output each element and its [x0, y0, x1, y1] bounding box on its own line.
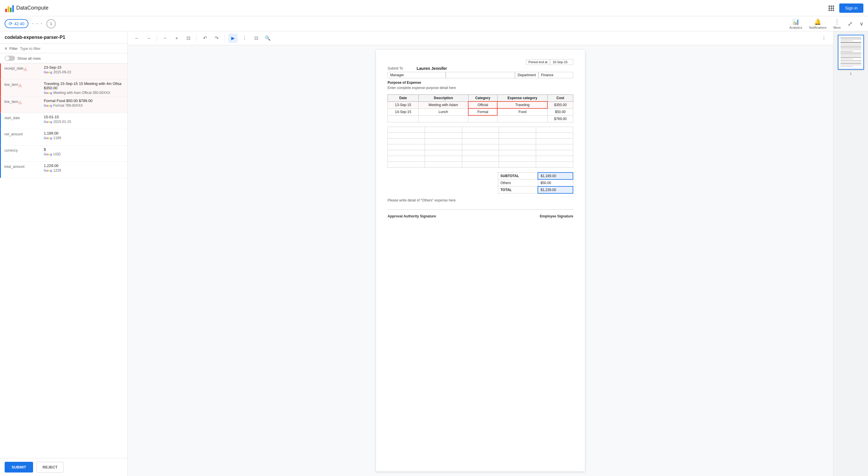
error-icon: ⚠ — [18, 100, 22, 105]
step-number: 1 — [46, 19, 56, 28]
expense-cell — [418, 115, 468, 122]
zoom-in-button[interactable]: + — [172, 34, 181, 43]
google-logo: Goog — [44, 152, 52, 156]
doc-page: Period end at 10-Sep-15 Submit To Lauren… — [376, 50, 585, 471]
google-logo: Goog — [44, 104, 52, 107]
left-panel: codelab-expense-parser-P1 ≡ Filter Show … — [0, 31, 128, 476]
toggle-thumb — [5, 56, 9, 60]
step-left: ⟳ 42:40 - - - 1 — [5, 19, 56, 28]
thumbnail-1[interactable] — [838, 35, 864, 70]
grid-icon[interactable] — [828, 5, 835, 11]
step-bar: ⟳ 42:40 - - - 1 📊 Analytics 🔔 Notificati… — [0, 16, 868, 31]
field-raw-value: Traveling 15-Sep-15 15 Meeting with 4m O… — [44, 81, 125, 90]
total-label: TOTAL — [498, 186, 538, 193]
more-options-button[interactable]: ⋮ — [819, 34, 829, 43]
svg-rect-4 — [829, 5, 830, 7]
field-raw-value: Formal Food $50.00 $789.00 — [44, 99, 125, 103]
filter-input[interactable] — [20, 46, 123, 51]
purpose-detail: Enter complete expense purpose detail he… — [388, 86, 573, 90]
expense-cell — [468, 115, 497, 122]
svg-rect-1 — [7, 6, 9, 12]
expense-cell: Formal — [468, 108, 497, 115]
field-label: currency — [1, 145, 41, 162]
filter-icon: ≡ — [5, 46, 7, 51]
cursor-tool-button[interactable]: ⋮ — [240, 34, 249, 43]
reject-button[interactable]: REJECT — [36, 462, 64, 473]
search-doc-button[interactable]: 🔍 — [263, 34, 272, 43]
history-forward-button[interactable]: ↷ — [212, 34, 221, 43]
analytics-action[interactable]: 📊 Analytics — [789, 18, 802, 29]
footer-text: Please write detail of "Others" expense … — [388, 198, 573, 202]
doc-toolbar: ← → − + ⊡ ↶ ↷ ▶ ⋮ ⊡ 🔍 ⋮ — [128, 31, 833, 45]
field-raw-value: 1,229.00 — [44, 164, 125, 168]
more-label: More — [834, 26, 841, 29]
show-all-toggle[interactable] — [5, 56, 15, 61]
collapse-action[interactable]: ∨ — [860, 21, 863, 27]
crop-tool-button[interactable]: ⊡ — [251, 34, 261, 43]
zoom-out-button[interactable]: − — [160, 34, 170, 43]
expense-cell: $50.00 — [548, 108, 573, 115]
doc-content: Period end at 10-Sep-15 Submit To Lauren… — [128, 45, 833, 476]
col-date: Date — [388, 95, 418, 102]
select-tool-button[interactable]: ▶ — [228, 34, 238, 43]
others-label: Others — [498, 179, 538, 186]
center-panel: ← → − + ⊡ ↶ ↷ ▶ ⋮ ⊡ 🔍 ⋮ Period end at — [128, 31, 833, 476]
svg-rect-7 — [829, 7, 830, 9]
bell-icon: 🔔 — [814, 18, 821, 25]
google-logo: Goog — [44, 169, 52, 172]
redo-button[interactable]: → — [144, 34, 153, 43]
signature-row: Approval Authority Signature Employee Si… — [388, 209, 573, 218]
timer-icon: ⟳ — [9, 21, 12, 26]
field-value-col: 1,189.00Goog 1189 — [41, 129, 127, 145]
field-label: receipt_date⚠ — [1, 64, 41, 79]
expense-row: 14-Sep-15LunchFormalFood$50.00 — [388, 108, 573, 115]
left-header: codelab-expense-parser-P1 — [0, 31, 127, 44]
more-action[interactable]: ⋮ More — [834, 18, 841, 29]
subtotal-table: SUBTOTAL $1,189.00 Others $50.00 TOTAL $… — [498, 172, 573, 194]
subtotal-label: SUBTOTAL — [498, 172, 538, 179]
doc-manager-row: Manager Department Finance — [388, 72, 573, 78]
step-dots: - - - — [32, 21, 43, 27]
svg-rect-11 — [831, 9, 832, 11]
filter-label: Filter — [9, 46, 18, 51]
app-name: DataCompute — [16, 5, 49, 11]
svg-rect-12 — [833, 9, 834, 11]
expense-cell: $350.00 — [548, 101, 573, 108]
field-row: line_item⚠Traveling 15-Sep-15 15 Meeting… — [0, 80, 127, 97]
department-label: Department — [515, 72, 538, 78]
expand-action[interactable]: ⤢ — [848, 20, 852, 27]
undo-button[interactable]: ← — [132, 34, 142, 43]
fit-page-button[interactable]: ⊡ — [184, 34, 193, 43]
google-logo: Goog — [44, 136, 52, 140]
subtotal-section: SUBTOTAL $1,189.00 Others $50.00 TOTAL $… — [388, 172, 573, 194]
field-extracted-value: Goog Formal 789.00XXX — [44, 103, 125, 107]
field-row: line_item⚠Formal Food $50.00 $789.00Goog… — [0, 97, 127, 113]
field-extracted-value: Goog 1229 — [44, 168, 125, 172]
google-logo: Goog — [44, 91, 52, 95]
main-layout: codelab-expense-parser-P1 ≡ Filter Show … — [0, 31, 868, 476]
expense-cell: Meeting with Adam — [418, 101, 468, 108]
more-icon: ⋮ — [834, 18, 840, 25]
expand-icon: ⤢ — [848, 20, 852, 27]
expense-cell: 13-Sep-15 — [388, 101, 418, 108]
svg-rect-3 — [12, 5, 14, 12]
thumbnail-page-number: 1 — [850, 72, 851, 75]
subtotal-value: $1,189.00 — [538, 172, 573, 179]
notifications-action[interactable]: 🔔 Notifications — [809, 18, 827, 29]
left-footer: SUBMIT REJECT — [0, 458, 127, 476]
submit-button[interactable]: SUBMIT — [5, 462, 33, 473]
expense-cell: Lunch — [418, 108, 468, 115]
col-cost: Cost — [548, 95, 573, 102]
google-logo: Goog — [44, 70, 52, 74]
step-right: 📊 Analytics 🔔 Notifications ⋮ More ⤢ ∨ — [789, 18, 863, 29]
expense-cell: $789.00 — [548, 115, 573, 122]
field-label: line_item⚠ — [1, 97, 41, 113]
expense-cell — [388, 115, 418, 122]
sign-in-button[interactable]: Sign in — [839, 3, 863, 13]
field-row: receipt_date⚠23-Sep-15Goog 2015-09-23 — [0, 64, 127, 80]
field-label: start_date — [1, 113, 41, 129]
history-back-button[interactable]: ↶ — [200, 34, 210, 43]
collapse-icon: ∨ — [860, 21, 863, 27]
toolbar-sep-1 — [157, 35, 157, 42]
expense-cell: Food — [497, 108, 548, 115]
